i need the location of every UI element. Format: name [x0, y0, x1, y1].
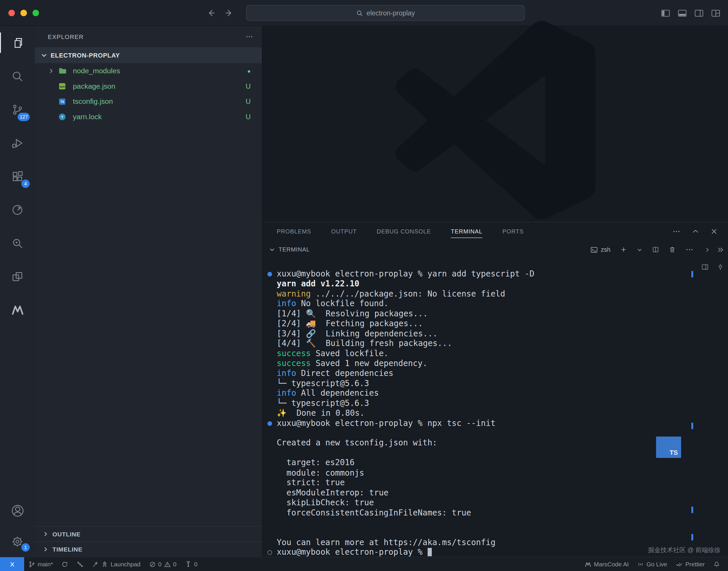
traffic-lights — [8, 10, 39, 16]
activitybar-search[interactable] — [0, 59, 35, 93]
activitybar-code-search[interactable] — [0, 226, 35, 260]
tree-item-node_modules[interactable]: node_modules● — [35, 63, 262, 79]
chevron-right-icon — [42, 546, 49, 552]
activitybar-settings[interactable]: 1 — [0, 526, 35, 557]
go-live-status[interactable]: Go Live — [633, 557, 671, 571]
minimize-window-button[interactable] — [20, 10, 27, 16]
ts-drag-badge: TS — [656, 437, 681, 458]
command-decoration-filled[interactable] — [267, 421, 272, 426]
new-terminal-icon[interactable] — [620, 246, 627, 253]
terminal-shell-selector[interactable]: zsh — [590, 246, 611, 253]
double-chevron-right-icon[interactable] — [716, 246, 724, 253]
scrollbar-command-mark[interactable] — [691, 271, 693, 277]
panel-tab-output[interactable]: OUTPUT — [331, 222, 357, 241]
activitybar-run-debug[interactable] — [0, 126, 35, 159]
prettier-status[interactable]: Prettier — [671, 557, 709, 571]
activitybar-remote-explorer[interactable] — [0, 260, 35, 293]
toggle-secondary-sidebar-icon[interactable] — [694, 8, 704, 18]
scrollbar-command-mark[interactable] — [691, 534, 693, 541]
ts-icon: TS — [58, 97, 67, 106]
timeline-section[interactable]: TIMELINE — [35, 541, 262, 557]
command-decoration-filled[interactable] — [267, 272, 272, 276]
terminal-more-actions-icon[interactable] — [685, 245, 694, 254]
vscode-window: electron-proplay 127 — [0, 0, 728, 571]
zoom-window-button[interactable] — [32, 10, 39, 16]
activitybar-explorer[interactable] — [0, 26, 35, 59]
scrollbar-command-mark[interactable] — [691, 507, 693, 513]
git-graph-icon — [77, 561, 84, 568]
marscode-status[interactable]: MarsCode AI — [580, 557, 633, 571]
forward-icon[interactable] — [224, 8, 234, 18]
tree-item-yarn.lock[interactable]: Yyarn.lockU — [35, 109, 262, 124]
command-center-label: electron-proplay — [367, 9, 415, 17]
terminal-line: success Saved lockfile. — [262, 349, 728, 358]
file-name: node_modules — [73, 67, 120, 75]
close-window-button[interactable] — [8, 10, 15, 16]
git-branch-status[interactable]: main* — [24, 557, 57, 571]
activitybar-source-control[interactable]: 127 — [0, 93, 35, 126]
tree-item-tsconfig.json[interactable]: TStsconfig.jsonU — [35, 94, 262, 109]
file-name: package.json — [73, 82, 115, 90]
search-icon — [356, 10, 363, 17]
settings-badge: 1 — [21, 543, 30, 552]
terminal-output[interactable]: xuxu@mybook electron-proplay % yarn add … — [262, 258, 728, 557]
terminal-line: └─ typescript@5.6.3 — [262, 378, 728, 388]
toggle-sidebar-icon[interactable] — [661, 8, 671, 18]
toggle-panel-icon[interactable] — [677, 8, 687, 18]
scrollbar-command-mark[interactable] — [691, 423, 693, 429]
activitybar-marscode[interactable] — [0, 293, 35, 327]
panel-tab-ports[interactable]: PORTS — [503, 222, 524, 241]
explorer-more-actions-icon[interactable] — [245, 32, 254, 41]
kill-terminal-icon[interactable] — [669, 246, 676, 253]
command-decoration-hollow[interactable] — [267, 550, 272, 555]
panel-more-actions-icon[interactable] — [672, 227, 681, 236]
terminal-line: esModuleInterop: true — [262, 488, 728, 498]
activitybar-account[interactable] — [0, 495, 35, 526]
yarn-icon: Y — [58, 113, 67, 121]
command-center-search[interactable]: electron-proplay — [246, 5, 525, 21]
back-icon[interactable] — [206, 8, 216, 18]
notifications-button[interactable] — [709, 557, 725, 571]
terminal-line: strict: true — [262, 478, 728, 488]
chevron-down-icon[interactable] — [269, 246, 275, 253]
terminal-line: warning ../../../package.json: No licens… — [262, 289, 728, 299]
remote-indicator[interactable] — [0, 557, 24, 571]
outline-section[interactable]: OUTLINE — [35, 526, 262, 542]
ports-status[interactable]: 0 — [181, 557, 202, 571]
split-terminal-icon[interactable] — [652, 246, 659, 253]
terminal-dropdown-icon[interactable] — [637, 246, 643, 253]
error-icon — [149, 561, 156, 568]
maximize-panel-icon[interactable] — [692, 228, 700, 235]
files-icon — [11, 36, 23, 49]
marscode-icon — [10, 303, 24, 317]
broadcast-icon — [637, 561, 644, 568]
customize-layout-icon[interactable] — [711, 8, 721, 18]
wand-icon — [92, 561, 99, 568]
close-panel-icon[interactable] — [710, 228, 718, 235]
scm-badge: 127 — [18, 113, 30, 121]
activitybar-extensions[interactable]: 4 — [0, 159, 35, 193]
problems-status[interactable]: 0 0 — [145, 557, 181, 571]
chevron-right-icon[interactable] — [704, 246, 711, 253]
chevron-right-icon — [42, 531, 49, 537]
prettier-label: Prettier — [685, 561, 705, 568]
git-status-badge: ● — [247, 68, 251, 74]
git-graph-button[interactable] — [73, 557, 88, 571]
panel-tab-terminal[interactable]: TERMINAL — [451, 222, 483, 241]
terminal-line: info All dependencies — [262, 388, 728, 398]
launchpad-status[interactable]: Launchpad — [88, 557, 145, 571]
file-name: yarn.lock — [73, 113, 102, 121]
terminal-line: forceConsistentCasingInFileNames: true — [262, 507, 728, 518]
extensions-icon — [11, 170, 23, 183]
panel-tab-problems[interactable]: PROBLEMS — [277, 222, 311, 241]
sync-button[interactable] — [57, 557, 73, 571]
warning-count: 0 — [173, 561, 177, 568]
activitybar-compass[interactable] — [0, 193, 35, 226]
timeline-label: TIMELINE — [53, 546, 82, 553]
panel-tab-debug-console[interactable]: DEBUG CONSOLE — [377, 222, 431, 241]
terminal-line: xuxu@mybook electron-proplay % yarn add … — [262, 269, 728, 279]
chevron-right-icon[interactable] — [48, 68, 58, 74]
tree-item-package.json[interactable]: npmpackage.jsonU — [35, 79, 262, 94]
project-root-row[interactable]: ELECTRON-PROPLAY — [35, 47, 262, 63]
svg-text:TS: TS — [60, 100, 64, 103]
